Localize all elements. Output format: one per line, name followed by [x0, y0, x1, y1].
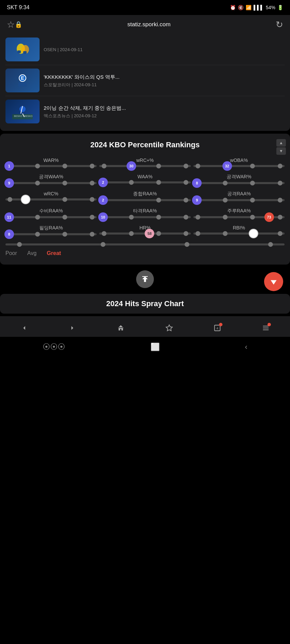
news-source-date: OSEN | 2024-09-11 — [44, 47, 285, 52]
nav-system-home[interactable]: ⬜ — [150, 343, 160, 351]
stat-label: 필딩RAA% — [5, 225, 97, 231]
slider-track[interactable]: 1 — [5, 165, 97, 167]
stat-item-war: WAR% 1 — [5, 158, 97, 167]
news-source: OSEN — [44, 47, 56, 52]
stat-label: 공격WAA% — [5, 174, 97, 180]
stat-item-woba: wOBA% 32 — [193, 158, 285, 167]
wifi-icon: 📶 — [246, 5, 251, 10]
slider-track[interactable]: 8 — [5, 233, 97, 235]
slider-dot: 2 — [98, 178, 108, 187]
mute-icon: 🔇 — [238, 5, 244, 10]
news-source: 엑스포츠뉴스 — [44, 113, 70, 118]
home-indicator: ⦿⦿⦿ ⬜ ‹ — [0, 337, 290, 357]
slider-dot: 1 — [4, 161, 14, 171]
slider-track[interactable]: 8 — [193, 182, 285, 184]
bookmark-icon[interactable]: ☆ — [7, 19, 15, 30]
svg-text:4: 4 — [217, 326, 218, 330]
scroll-up-button[interactable] — [136, 270, 154, 288]
slider-track[interactable]: 32 — [193, 165, 285, 167]
news-section: OSEN | 2024-09-11 E 'KKKKKKKK' 와이스의 QS 역… — [0, 34, 290, 131]
news-title: 'KKKKKKKK' 와이스의 QS 역투... — [44, 73, 285, 80]
stat-item-attack-war: 공격WAR% 8 — [193, 174, 285, 184]
alarm-icon: ⏰ — [230, 5, 236, 10]
stat-label: HR% — [99, 225, 190, 230]
scroll-arrows[interactable]: ▲ ▼ — [276, 139, 286, 155]
svg-text:E: E — [21, 75, 24, 81]
refresh-icon[interactable]: ↻ — [276, 19, 283, 30]
slider-dot — [21, 195, 30, 204]
slider-dot: 11 — [4, 212, 14, 222]
svg-text:BESKO: BESKO — [14, 115, 23, 117]
legend-great-label: Great — [47, 250, 61, 256]
slider-dot: 9 — [192, 195, 202, 205]
slider-track[interactable]: 9 — [5, 182, 97, 184]
nav-forward[interactable] — [69, 324, 76, 332]
stat-item-wrc-plus: wRC+% 30 — [99, 158, 190, 167]
news-title: 2이닝 순간 삭제, 재기 중인 송은범... — [44, 104, 285, 111]
stat-item-fielding-raa: 필딩RAA% 8 — [5, 225, 97, 235]
lock-icon: 🔒 — [15, 21, 22, 28]
svg-rect-17 — [263, 328, 269, 328]
news-item[interactable]: E 'KKKKKKKK' 와이스의 QS 역투... 스포탈코리아 | 2024… — [5, 65, 285, 96]
stat-item-defense-raa: 수비RAA% 11 — [5, 208, 97, 218]
fab-button[interactable] — [264, 272, 283, 291]
slider-track[interactable]: 11 — [5, 216, 97, 218]
battery-icon: 🔋 — [277, 5, 283, 10]
stats-grid: WAR% 1 wRC+% 30 wOBA% 32 — [5, 158, 285, 235]
stat-label: RBI% — [193, 225, 285, 230]
slider-track[interactable]: 2 — [99, 181, 190, 183]
nav-menu[interactable] — [262, 324, 270, 332]
news-content: OSEN | 2024-09-11 — [44, 47, 285, 52]
nav-system-back[interactable]: ‹ — [245, 343, 247, 351]
nav-back[interactable] — [20, 324, 28, 332]
nav-bookmarks[interactable] — [165, 324, 173, 332]
slider-track[interactable] — [193, 233, 285, 235]
stat-item-batting-raa: 타격RAA% 10 — [99, 208, 190, 218]
stat-item-hr: HR% 58 — [99, 225, 190, 235]
stat-label: WAR% — [5, 158, 97, 163]
nav-home[interactable] — [117, 324, 125, 332]
news-date: 2024-09-12 — [74, 113, 97, 118]
slider-dot: 2 — [98, 195, 108, 205]
carrier-time: SKT 9:34 — [7, 4, 29, 11]
nav-tabs[interactable]: 4 — [214, 324, 221, 332]
status-icons: ⏰ 🔇 📶 ▌▌▌ 54% 🔋 — [230, 5, 283, 10]
svg-rect-18 — [263, 329, 269, 330]
news-thumbnail: BESKO BESKO — [5, 100, 40, 123]
news-date: 2024-09-11 — [74, 82, 97, 87]
slider-track[interactable] — [5, 198, 97, 200]
slider-dot: 10 — [98, 212, 108, 222]
slider-track[interactable]: 10 — [99, 216, 190, 218]
slider-dot: 58 — [145, 229, 154, 238]
spray-chart-title: 2024 Hits Spray Chart — [5, 299, 285, 308]
scroll-down-arrow[interactable]: ▼ — [276, 147, 286, 155]
stat-label: 공격WAR% — [193, 174, 285, 180]
slider-track[interactable]: 58 — [99, 233, 190, 235]
news-thumbnail: E — [5, 69, 40, 92]
battery-text: 54% — [266, 5, 275, 10]
legend-area: Poor Avg Great — [5, 241, 285, 258]
slider-dot: 8 — [192, 178, 202, 188]
legend-avg-label: Avg — [27, 250, 37, 256]
stat-label: wOBA% — [193, 158, 285, 163]
news-item[interactable]: BESKO BESKO 2이닝 순간 삭제, 재기 중인 송은범... 엑스포츠… — [5, 96, 285, 127]
slider-track[interactable]: 2 — [99, 199, 190, 201]
nav-system-menu[interactable]: ⦿⦿⦿ — [43, 343, 65, 351]
url-bar[interactable]: statiz.sporki.com — [22, 21, 276, 28]
stat-item-total-raa: 종합RAA% 2 — [99, 191, 190, 201]
slider-track[interactable]: 73 — [193, 216, 285, 218]
slider-track[interactable]: 9 — [193, 199, 285, 201]
scroll-up-arrow[interactable]: ▲ — [276, 139, 286, 147]
news-item[interactable]: OSEN | 2024-09-11 — [5, 34, 285, 65]
slider-dot: 73 — [264, 212, 274, 222]
svg-rect-2 — [17, 50, 21, 53]
stat-label: 타격RAA% — [99, 208, 190, 214]
float-area — [0, 267, 290, 291]
slider-track[interactable]: 30 — [99, 165, 190, 167]
slider-dot — [249, 229, 258, 238]
stat-item-rbi: RBI% — [193, 225, 285, 235]
legend-labels: Poor Avg Great — [5, 249, 285, 256]
news-separator: | — [72, 82, 74, 87]
slider-dot: 30 — [127, 161, 136, 171]
bottom-nav: 4 — [0, 316, 290, 337]
